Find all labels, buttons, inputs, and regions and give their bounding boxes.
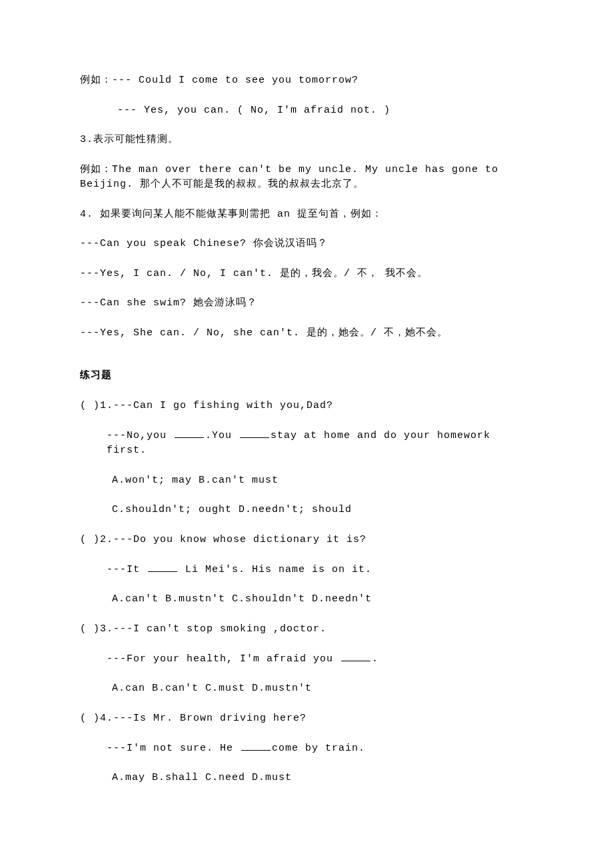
q4-response-pre: ---I'm not sure. He	[107, 743, 240, 754]
q4-response: ---I'm not sure. He come by train.	[80, 741, 533, 756]
dialogue-line-3: ---Can she swim? 她会游泳吗？	[80, 296, 533, 311]
q2-options: A.can't B.mustn't C.shouldn't D.needn't	[80, 592, 533, 607]
point-4-heading: 4. 如果要询问某人能不能做某事则需把 an 提至句首，例如：	[80, 207, 533, 223]
q2-stem: ( )2.---Do you know whose dictionary it …	[80, 533, 533, 548]
q1-response-pre: ---No,you	[107, 430, 173, 441]
q1-response-mid: .You	[205, 430, 239, 441]
q2-response-post: Li Mei's. His name is on it.	[179, 564, 372, 575]
point-3-heading: 3.表示可能性猜测。	[80, 133, 533, 148]
exercise-title: 练习题	[80, 369, 533, 384]
fill-blank[interactable]	[341, 651, 370, 661]
fill-blank[interactable]	[241, 741, 271, 751]
q3-response-post: .	[372, 653, 378, 665]
q4-stem: ( )4.---Is Mr. Brown driving here?	[80, 711, 533, 727]
fill-blank[interactable]	[148, 562, 177, 572]
q3-response-pre: ---For your health, I'm afraid you	[107, 653, 340, 665]
example-line-2: --- Yes, you can. ( No, I'm afraid not. …	[80, 103, 533, 119]
q4-options: A.may B.shall C.need D.must	[80, 771, 533, 786]
q3-stem: ( )3.---I can't stop smoking ,doctor.	[80, 622, 533, 637]
fill-blank[interactable]	[175, 428, 204, 438]
document-page: 例如：--- Could I come to see you tomorrow?…	[0, 0, 613, 841]
fill-blank[interactable]	[240, 428, 269, 438]
q3-response: ---For your health, I'm afraid you .	[80, 651, 533, 667]
q1-options-line1: A.won't; may B.can't must	[80, 473, 533, 489]
dialogue-line-4: ---Yes, She can. / No, she can't. 是的，她会。…	[80, 326, 533, 341]
dialogue-line-1: ---Can you speak Chinese? 你会说汉语吗？	[80, 237, 533, 252]
q1-stem: ( )1.---Can I go fishing with you,Dad?	[80, 399, 533, 414]
q2-response-pre: ---It	[107, 564, 147, 575]
q2-response: ---It Li Mei's. His name is on it.	[80, 562, 533, 577]
dialogue-line-2: ---Yes, I can. / No, I can't. 是的，我会。/ 不，…	[80, 267, 533, 282]
q3-options: A.can B.can't C.must D.mustn't	[80, 681, 533, 697]
point-3-example: 例如：The man over there can't be my uncle.…	[80, 163, 533, 193]
example-line-1: 例如：--- Could I come to see you tomorrow?	[80, 73, 533, 89]
q1-options-line2: C.shouldn't; ought D.needn't; should	[80, 503, 533, 518]
q1-response: ---No,you .You stay at home and do your …	[80, 428, 533, 459]
q4-response-post: come by train.	[272, 743, 365, 754]
